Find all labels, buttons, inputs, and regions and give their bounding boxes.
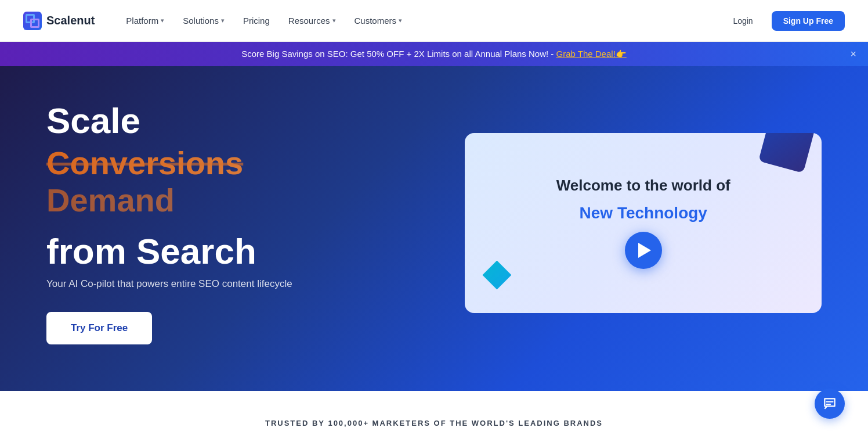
nav-pricing[interactable]: Pricing xyxy=(235,11,278,30)
video-card: Welcome to the world of New Technology xyxy=(465,133,822,313)
announcement-banner: Score Big Savings on SEO: Get 50% OFF + … xyxy=(0,42,868,66)
floating-chat-badge[interactable] xyxy=(815,389,845,419)
video-play-button[interactable] xyxy=(625,232,662,269)
nav-platform[interactable]: Platform ▾ xyxy=(118,11,172,30)
chat-icon xyxy=(822,396,837,411)
svg-rect-0 xyxy=(826,401,834,403)
nav-solutions[interactable]: Solutions ▾ xyxy=(175,11,233,30)
logo[interactable]: Scalenut xyxy=(23,12,95,30)
hero-section: Scale Conversions Demand from Search You… xyxy=(0,66,868,391)
hero-heading-line2: from Search xyxy=(46,232,348,271)
hero-subtitle: Your AI Co-pilot that powers entire SEO … xyxy=(46,276,348,292)
logo-icon xyxy=(23,12,42,30)
decor-bracket-icon xyxy=(758,133,815,173)
svg-rect-1 xyxy=(826,404,831,405)
try-free-button[interactable]: Try For Free xyxy=(46,312,152,344)
decor-gem-icon xyxy=(482,261,511,290)
banner-link[interactable]: Grab The Deal!👉 xyxy=(556,49,627,59)
chevron-down-icon: ▾ xyxy=(399,17,402,24)
hero-content: Scale Conversions Demand from Search You… xyxy=(46,101,348,344)
signup-button[interactable]: Sign Up Free xyxy=(772,11,845,31)
hero-heading-line1: Scale xyxy=(46,101,348,141)
video-card-title: Welcome to the world of xyxy=(556,177,730,195)
chevron-down-icon: ▾ xyxy=(161,17,164,24)
trusted-label: TRUSTED BY 100,000+ MARKETERS OF THE WOR… xyxy=(46,419,822,427)
nav-customers[interactable]: Customers ▾ xyxy=(346,11,411,30)
navbar: Scalenut Platform ▾ Solutions ▾ Pricing … xyxy=(0,0,868,42)
nav-actions: Login Sign Up Free xyxy=(721,11,845,31)
trusted-section: TRUSTED BY 100,000+ MARKETERS OF THE WOR… xyxy=(0,391,868,442)
banner-close-button[interactable]: × xyxy=(850,48,856,60)
nav-resources[interactable]: Resources ▾ xyxy=(280,11,344,30)
video-card-subtitle: New Technology xyxy=(580,204,707,222)
hero-animated-text1: Conversions xyxy=(46,145,348,181)
chevron-down-icon: ▾ xyxy=(221,17,225,24)
banner-text: Score Big Savings on SEO: Get 50% OFF + … xyxy=(241,49,556,59)
logo-text: Scalenut xyxy=(46,14,95,27)
chevron-down-icon: ▾ xyxy=(332,17,336,24)
nav-links: Platform ▾ Solutions ▾ Pricing Resources… xyxy=(118,11,721,30)
login-button[interactable]: Login xyxy=(721,12,764,30)
hero-animated-text2: Demand xyxy=(46,182,348,218)
hero-video-area: Welcome to the world of New Technology xyxy=(465,133,822,313)
